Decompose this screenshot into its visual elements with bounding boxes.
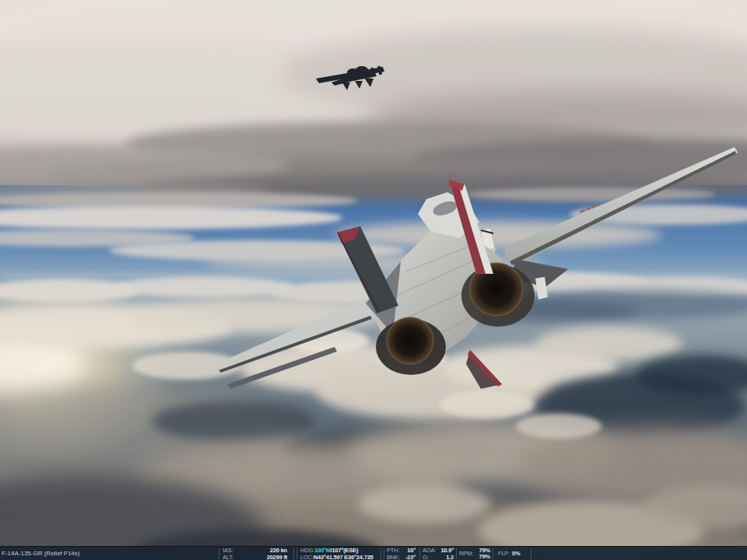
bnk-value: -23° [405, 555, 416, 560]
flp-value: 0% [512, 551, 520, 558]
sky-scene [0, 0, 747, 560]
loc-value: N43°41.597 E36°24.735 [314, 555, 374, 560]
bnk-label: BNK: [387, 555, 400, 560]
pth-value: 10° [407, 548, 416, 555]
pth-label: PTH: [387, 548, 399, 555]
rpm-label: RPM: [459, 551, 473, 558]
separator [219, 548, 219, 559]
hdg-magnetic-value: 100°M [314, 548, 331, 555]
ias-label: IAS: [223, 548, 233, 555]
rpm-value-bottom: 79% [475, 554, 490, 560]
status-bar: F-14A-135-GR (Relief F14s) IAS: 220 kn A… [0, 546, 747, 560]
flaps-block: FLP: 0% [498, 547, 524, 560]
g-value: 1.2 [446, 555, 454, 560]
separator [419, 548, 420, 559]
sim-viewport[interactable] [0, 0, 747, 560]
g-label: G: [423, 555, 429, 560]
separator [456, 548, 457, 559]
sim-window: F-14A-135-GR (Relief F14s) IAS: 220 kn A… [0, 0, 747, 560]
rpm-block: RPM: 79% 79% [459, 547, 490, 560]
aircraft-label: F-14A-135-GR (Relief F14s) [2, 547, 79, 560]
upper-cloud-layer [0, 0, 747, 203]
aoa-label: AOA: [423, 548, 436, 555]
aoa-g-block: AOA: 10.9° G: 1.2 [423, 547, 454, 560]
speed-altitude-block: IAS: 220 kn ALT: 20299 ft [223, 547, 287, 560]
alt-label: ALT: [223, 555, 233, 560]
separator [381, 548, 381, 559]
separator [493, 548, 493, 559]
separator [531, 548, 531, 559]
hdg-label: HDG: [300, 548, 314, 555]
loc-label: LOC: [300, 555, 314, 560]
separator [293, 548, 294, 559]
hdg-true-value: /107°(ESE) [331, 548, 359, 555]
aoa-value: 10.9° [440, 548, 454, 555]
ias-value: 220 kn [270, 548, 287, 555]
separator [296, 548, 297, 559]
flp-label: FLP: [498, 551, 510, 558]
alt-value: 20299 ft [267, 555, 287, 560]
pitch-bank-block: PTH: 10° BNK: -23° [387, 547, 416, 560]
heading-location-block: HDG: 100°M /107°(ESE) LOC: N43°41.597 E3… [300, 547, 377, 560]
separator [384, 548, 384, 559]
